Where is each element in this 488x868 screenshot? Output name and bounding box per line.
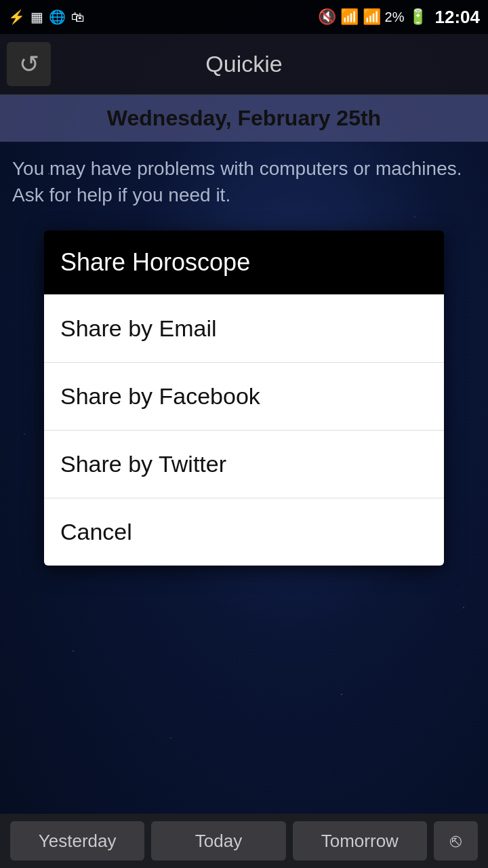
yesterday-label: Yesterday — [39, 831, 117, 852]
tomorrow-button[interactable]: Tomorrow — [293, 821, 427, 861]
app-title: Quickie — [205, 51, 282, 77]
cancel-button[interactable]: Cancel — [44, 498, 444, 566]
sim-icon: ▦ — [30, 9, 43, 25]
globe-icon: 🌐 — [49, 9, 66, 25]
share-by-twitter-button[interactable]: Share by Twitter — [44, 430, 444, 498]
status-right-icons: 🔇 📶 📶 2% 🔋 12:04 — [318, 7, 480, 28]
date-bar: Wednesday, February 25th — [0, 95, 488, 142]
horoscope-text: You may have problems with computers or … — [12, 155, 476, 208]
mute-icon: 🔇 — [318, 8, 336, 26]
status-time: 12:04 — [435, 7, 481, 28]
status-bar: ⚡ ▦ 🌐 🛍 🔇 📶 📶 2% 🔋 12:04 — [0, 0, 488, 34]
refresh-button[interactable]: ↺ — [7, 42, 51, 86]
today-label: Today — [195, 831, 242, 852]
share-button[interactable]: ⎋ — [434, 821, 478, 861]
share-by-facebook-button[interactable]: Share by Facebook — [44, 362, 444, 430]
shop-icon: 🛍 — [71, 9, 85, 25]
today-button[interactable]: Today — [151, 821, 285, 861]
bottom-nav: Yesterday Today Tomorrow ⎋ — [0, 814, 488, 868]
share-by-email-button[interactable]: Share by Email — [44, 294, 444, 362]
dialog-title-bar: Share Horoscope — [44, 231, 444, 294]
date-label: Wednesday, February 25th — [107, 106, 381, 130]
usb-icon: ⚡ — [8, 9, 25, 25]
app-bar: ↺ Quickie — [0, 34, 488, 95]
dialog-items-list: Share by Email Share by Facebook Share b… — [44, 294, 444, 566]
battery-percent: 2% — [385, 9, 405, 25]
signal-icon: 📶 — [363, 8, 381, 26]
share-icon: ⎋ — [450, 830, 462, 852]
status-left-icons: ⚡ ▦ 🌐 🛍 — [8, 9, 85, 25]
yesterday-button[interactable]: Yesterday — [10, 821, 144, 861]
wifi-icon: 📶 — [340, 8, 359, 26]
dialog-title-text: Share Horoscope — [60, 248, 250, 276]
horoscope-area: You may have problems with computers or … — [0, 142, 488, 215]
share-dialog: Share Horoscope Share by Email Share by … — [44, 231, 444, 566]
battery-icon: 🔋 — [409, 8, 427, 26]
tomorrow-label: Tomorrow — [321, 831, 399, 852]
refresh-icon: ↺ — [19, 50, 39, 79]
